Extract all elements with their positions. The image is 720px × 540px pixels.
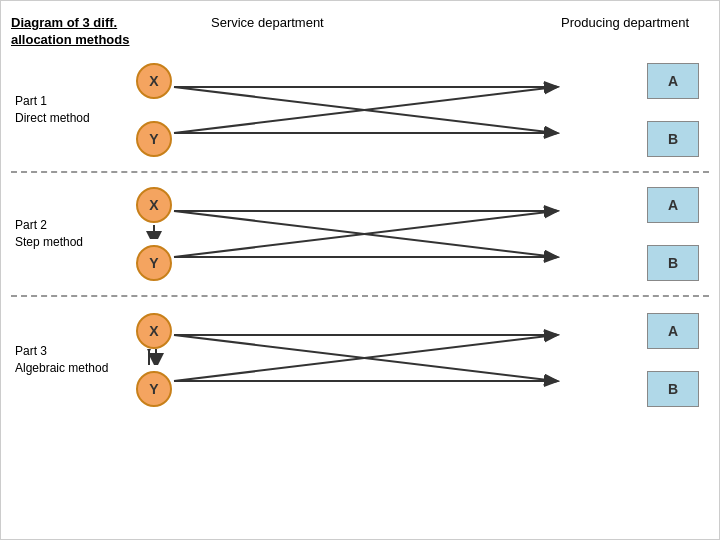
part2-down-arrow xyxy=(144,225,164,239)
part1-arrows-svg xyxy=(126,65,709,155)
part2-boxes: A B xyxy=(647,187,699,281)
part1-label: Part 1 Direct method xyxy=(11,93,126,127)
part3-circle-x: X xyxy=(136,313,172,349)
producing-dept-label: Producing department xyxy=(361,15,709,30)
header-row: Diagram of 3 diff. allocation methods Se… xyxy=(11,15,709,49)
divider-2 xyxy=(11,295,709,297)
part1-section: Part 1 Direct method X Y xyxy=(11,55,709,165)
part3-label: Part 3 Algebraic method xyxy=(11,343,126,377)
part3-diagram: X Y xyxy=(126,313,709,408)
part3-arrows-svg xyxy=(126,313,709,408)
part3-both-arrows xyxy=(142,349,166,365)
part2-box-b: B xyxy=(647,245,699,281)
part2-box-a: A xyxy=(647,187,699,223)
part2-circles: X Y xyxy=(136,187,172,281)
part2-diagram: X Y xyxy=(126,189,709,279)
part1-diagram: X Y A xyxy=(126,65,709,155)
part1-boxes: A B xyxy=(647,63,699,157)
part1-box-b: B xyxy=(647,121,699,157)
part3-box-a: A xyxy=(647,313,699,349)
part1-circle-x: X xyxy=(136,63,172,99)
main-container: Diagram of 3 diff. allocation methods Se… xyxy=(0,0,720,540)
part1-box-a: A xyxy=(647,63,699,99)
part2-circle-x: X xyxy=(136,187,172,223)
part3-circle-y: Y xyxy=(136,371,172,407)
part2-label: Part 2 Step method xyxy=(11,217,126,251)
service-dept-label: Service department xyxy=(201,15,361,30)
part2-section: Part 2 Step method X Y xyxy=(11,179,709,289)
part1-circles: X Y xyxy=(136,63,172,157)
main-title: Diagram of 3 diff. allocation methods xyxy=(11,15,201,49)
divider-1 xyxy=(11,171,709,173)
part3-circles: X Y xyxy=(136,313,172,407)
part1-circle-y: Y xyxy=(136,121,172,157)
part2-arrows-svg xyxy=(126,189,709,279)
part3-boxes: A B xyxy=(647,313,699,407)
title-block: Diagram of 3 diff. allocation methods xyxy=(11,15,201,49)
part2-circle-y: Y xyxy=(136,245,172,281)
part3-box-b: B xyxy=(647,371,699,407)
part3-section: Part 3 Algebraic method X xyxy=(11,303,709,418)
